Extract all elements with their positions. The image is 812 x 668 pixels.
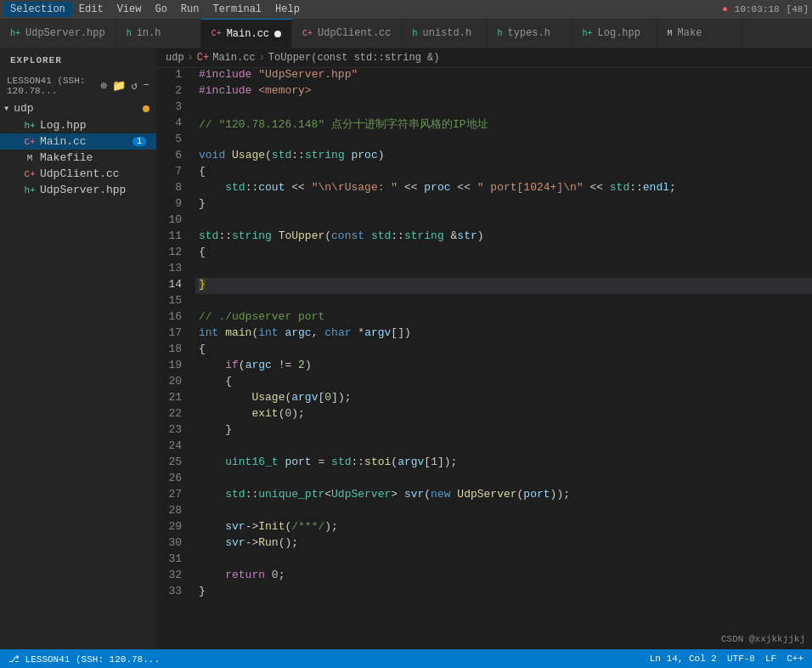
line-content[interactable]: #include <memory>: [195, 84, 812, 100]
refresh-icon[interactable]: ↺: [131, 79, 138, 93]
file-label-log-hpp: Log.hpp: [40, 119, 87, 132]
status-left: ⎇ LESSON41 (SSH: 120.78...: [8, 654, 160, 665]
line-content[interactable]: exit(0);: [195, 407, 812, 423]
new-file-icon[interactable]: ⊕: [101, 79, 108, 93]
code-editor[interactable]: 1#include "UdpServer.hpp"2#include <memo…: [157, 68, 812, 649]
breadcrumb-sep2: ›: [259, 52, 265, 64]
file-log-hpp[interactable]: h+ Log.hpp: [0, 117, 156, 133]
table-row: 4// "120.78.126.148" 点分十进制字符串风格的IP地址: [157, 116, 812, 133]
menu-run[interactable]: Run: [174, 2, 206, 17]
line-content[interactable]: }: [195, 278, 812, 294]
line-content[interactable]: #include "UdpServer.hpp": [195, 68, 812, 84]
line-content[interactable]: {: [195, 342, 812, 359]
table-row: 31: [157, 552, 812, 569]
editor-area: udp › C+ Main.cc › ToUpper(const std::st…: [157, 48, 812, 649]
tab-label-log-hpp: Log.hpp: [598, 27, 640, 39]
line-content[interactable]: // "120.78.126.148" 点分十进制字符串风格的IP地址: [195, 116, 812, 133]
line-content[interactable]: [195, 504, 812, 520]
line-number: 12: [157, 246, 195, 262]
breadcrumb-sep1: ›: [188, 52, 194, 64]
tab-udpserver-hpp[interactable]: h+ UdpServer.hpp: [0, 19, 116, 48]
status-bar: ⎇ LESSON41 (SSH: 120.78... Ln 14, Col 2 …: [0, 649, 812, 668]
line-number: 14: [157, 278, 195, 294]
table-row: 25 uint16_t port = std::stoi(argv[1]);: [157, 456, 812, 472]
file-udpclient-cc[interactable]: C+ UdpClient.cc: [0, 166, 156, 182]
line-number: 13: [157, 262, 195, 278]
file-icon-main-cc: C+: [24, 137, 36, 147]
line-content[interactable]: svr->Init(/***/);: [195, 520, 812, 536]
table-row: 22 exit(0);: [157, 407, 812, 423]
line-number: 29: [157, 520, 195, 536]
menu-go[interactable]: Go: [148, 2, 173, 17]
line-number: 3: [157, 100, 195, 116]
table-row: 33}: [157, 585, 812, 601]
line-content[interactable]: [195, 439, 812, 456]
table-row: 15: [157, 294, 812, 310]
line-content[interactable]: return 0;: [195, 569, 812, 585]
file-makefile[interactable]: M Makefile: [0, 150, 156, 166]
line-content[interactable]: [195, 262, 812, 278]
line-content[interactable]: }: [195, 585, 812, 601]
line-content[interactable]: [195, 133, 812, 149]
table-row: 5: [157, 133, 812, 149]
line-number: 28: [157, 504, 195, 520]
workspace-label: LESSON41 (SSH: 120.78...: [7, 76, 101, 96]
breadcrumb-udp: udp: [166, 52, 184, 64]
line-number: 15: [157, 294, 195, 310]
new-folder-icon[interactable]: 📁: [112, 79, 126, 93]
line-content[interactable]: [195, 294, 812, 310]
line-content[interactable]: [195, 552, 812, 569]
line-content[interactable]: }: [195, 423, 812, 439]
table-row: 29 svr->Init(/***/);: [157, 520, 812, 536]
tab-main-cc[interactable]: C+ Main.cc: [201, 19, 292, 48]
table-row: 6void Usage(std::string proc): [157, 149, 812, 165]
status-language: C++: [787, 654, 804, 664]
line-content[interactable]: Usage(argv[0]);: [195, 391, 812, 407]
line-content[interactable]: // ./udpserver port: [195, 310, 812, 326]
line-number: 22: [157, 407, 195, 423]
tab-unistd-h[interactable]: h unistd.h: [403, 19, 488, 48]
tab-in-h[interactable]: h in.h: [116, 19, 201, 48]
line-content[interactable]: if(argc != 2): [195, 359, 812, 375]
menu-selection[interactable]: Selection: [3, 2, 72, 17]
line-number: 8: [157, 181, 195, 197]
tab-make[interactable]: M Make: [657, 19, 742, 48]
file-udpserver-hpp[interactable]: h+ UdpServer.hpp: [0, 182, 156, 198]
tab-label-in-h: in.h: [137, 27, 161, 39]
table-row: 30 svr->Run();: [157, 536, 812, 552]
line-content[interactable]: {: [195, 375, 812, 391]
menu-help[interactable]: Help: [268, 2, 307, 17]
line-content[interactable]: svr->Run();: [195, 536, 812, 552]
collapse-icon[interactable]: −: [143, 79, 149, 93]
file-main-cc[interactable]: C+ Main.cc 1: [0, 133, 156, 150]
tab-types-h[interactable]: h types.h: [488, 19, 572, 48]
line-number: 9: [157, 197, 195, 213]
folder-expand-icon: ▾: [3, 102, 9, 115]
line-content[interactable]: std::cout << "\n\rUsage: " << proc << " …: [195, 181, 812, 197]
line-content[interactable]: [195, 472, 812, 488]
tab-log-hpp[interactable]: h+ Log.hpp: [572, 19, 657, 48]
line-content[interactable]: std::unique_ptr<UdpServer> svr(new UdpSe…: [195, 488, 812, 504]
table-row: 24: [157, 439, 812, 456]
line-content[interactable]: [195, 213, 812, 229]
folder-udp[interactable]: ▾ udp: [0, 99, 156, 117]
sidebar-icons: ⊕ 📁 ↺ −: [101, 79, 149, 93]
folder-modified-dot: [143, 105, 149, 112]
tab-udpclient-cc[interactable]: C+ UdpClient.cc: [292, 19, 402, 48]
menu-edit[interactable]: Edit: [72, 2, 110, 17]
line-content[interactable]: {: [195, 246, 812, 262]
menu-view[interactable]: View: [110, 2, 149, 17]
line-content[interactable]: [195, 100, 812, 116]
line-content[interactable]: {: [195, 165, 812, 181]
table-row: 21 Usage(argv[0]);: [157, 391, 812, 407]
line-content[interactable]: }: [195, 197, 812, 213]
line-content[interactable]: int main(int argc, char *argv[]): [195, 326, 812, 342]
tab-label-main-cc: Main.cc: [227, 28, 269, 40]
table-row: 8 std::cout << "\n\rUsage: " << proc << …: [157, 181, 812, 197]
line-content[interactable]: std::string ToUpper(const std::string &s…: [195, 229, 812, 246]
tab-icon-unistd-h: h: [413, 29, 418, 38]
line-content[interactable]: void Usage(std::string proc): [195, 149, 812, 165]
line-content[interactable]: uint16_t port = std::stoi(argv[1]);: [195, 456, 812, 472]
table-row: 10: [157, 213, 812, 229]
menu-terminal[interactable]: Terminal: [206, 2, 268, 17]
